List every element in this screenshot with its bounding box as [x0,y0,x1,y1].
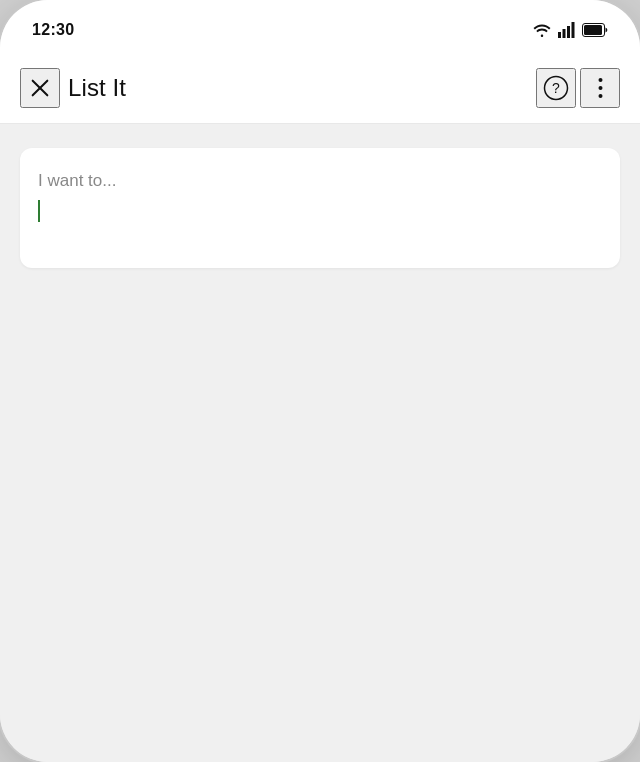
svg-rect-5 [584,25,602,35]
text-input-card[interactable]: I want to... [20,148,620,268]
app-bar: List It ? [0,52,640,124]
svg-text:?: ? [552,80,560,96]
text-cursor [38,200,40,222]
svg-rect-3 [572,22,575,38]
status-bar: 12:30 [0,0,640,52]
main-content: I want to... [0,124,640,762]
status-time: 12:30 [32,21,74,39]
input-placeholder: I want to... [38,168,602,194]
close-button[interactable] [20,68,60,108]
svg-rect-2 [567,26,570,38]
phone-frame: 12:30 [0,0,640,762]
svg-point-11 [598,86,602,90]
signal-strength-icon [558,22,576,38]
svg-rect-0 [558,32,561,38]
svg-point-10 [598,78,602,82]
more-options-button[interactable] [580,68,620,108]
status-icons [532,22,608,38]
svg-point-12 [598,94,602,98]
app-title: List It [68,74,536,102]
wifi-icon [532,22,552,38]
battery-icon [582,23,608,37]
help-button[interactable]: ? [536,68,576,108]
svg-rect-1 [563,29,566,38]
